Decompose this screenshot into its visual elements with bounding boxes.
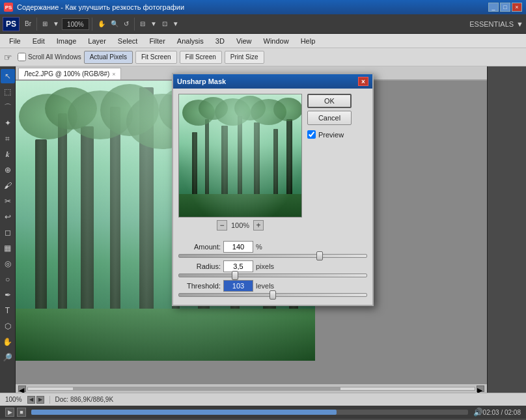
- menu-select[interactable]: Select: [113, 36, 143, 46]
- br-button[interactable]: Br: [22, 19, 34, 29]
- hand-nav-tool[interactable]: ✋: [1, 335, 15, 349]
- preview-area: − 100% +: [178, 94, 302, 231]
- play-button[interactable]: ▶: [5, 408, 14, 417]
- menu-3d[interactable]: 3D: [210, 36, 230, 46]
- zoom-nav-tool[interactable]: 🔎: [1, 350, 15, 365]
- print-size-button[interactable]: Print Size: [225, 51, 264, 64]
- dodge-tool[interactable]: ○: [1, 272, 15, 287]
- document-tab[interactable]: Лес2.JPG @ 100% (RGB/8#) ×: [18, 68, 121, 79]
- eraser-tool[interactable]: ◻: [1, 225, 15, 240]
- scroll-all-label: Scroll All Windows: [18, 53, 81, 61]
- arrange-dropdown[interactable]: ▼: [148, 19, 159, 29]
- menu-file[interactable]: File: [4, 36, 26, 46]
- menu-analysis[interactable]: Analysis: [172, 36, 209, 46]
- amount-slider-track[interactable]: [178, 254, 367, 258]
- menu-image[interactable]: Image: [51, 36, 82, 46]
- scroll-right-btn[interactable]: ▶: [477, 385, 484, 392]
- actual-pixels-button[interactable]: Actual Pixels: [84, 51, 133, 64]
- progress-bar[interactable]: [31, 410, 468, 415]
- progress-fill: [31, 410, 337, 415]
- hand-tool[interactable]: ✋: [95, 19, 108, 29]
- threshold-input[interactable]: [223, 280, 253, 292]
- dialog-title-bar[interactable]: Unsharp Mask ×: [173, 74, 372, 89]
- menu-layer[interactable]: Layer: [83, 36, 111, 46]
- eyedropper-tool[interactable]: 𝒌: [1, 147, 15, 161]
- radius-slider-thumb[interactable]: [232, 271, 238, 280]
- amount-slider-row: [178, 254, 367, 260]
- radius-input[interactable]: [223, 260, 253, 272]
- close-button[interactable]: ×: [512, 3, 522, 12]
- menu-view[interactable]: View: [231, 36, 257, 46]
- canvas-area: Лес2.JPG @ 100% (RGB/8#) ×: [16, 66, 487, 393]
- prev-fog: [179, 94, 301, 217]
- text-tool[interactable]: T: [1, 303, 15, 318]
- dialog-title: Unsharp Mask: [177, 77, 358, 85]
- screen-mode[interactable]: ⊡: [159, 19, 170, 29]
- menu-edit[interactable]: Edit: [27, 36, 50, 46]
- window-title: Содержание - Как улучшить резкость фотог…: [17, 3, 488, 11]
- preview-image[interactable]: [178, 94, 302, 217]
- history-brush[interactable]: ↩: [1, 210, 15, 224]
- shape-tool[interactable]: ⬡: [1, 319, 15, 333]
- marquee-tool[interactable]: ⬚: [1, 85, 15, 99]
- fill-screen-button[interactable]: Fill Screen: [180, 51, 222, 64]
- hand-icon: ☞: [4, 52, 12, 63]
- maximize-button[interactable]: □: [500, 3, 510, 12]
- threshold-slider-row: [178, 293, 367, 300]
- prev-frame-btn[interactable]: ◀: [27, 396, 35, 404]
- layout-button[interactable]: ⊞: [40, 19, 50, 29]
- scroll-left-btn[interactable]: ◀: [18, 385, 26, 392]
- menu-help[interactable]: Help: [296, 36, 321, 46]
- minimize-button[interactable]: _: [488, 3, 499, 12]
- scroll-all-checkbox[interactable]: [18, 53, 26, 61]
- horizontal-scrollbar[interactable]: ◀ ▶: [16, 384, 487, 393]
- options-bar: ☞ Scroll All Windows Actual Pixels Fit S…: [0, 48, 526, 66]
- tab-close-button[interactable]: ×: [112, 71, 115, 77]
- cancel-button[interactable]: Cancel: [307, 111, 352, 125]
- dialog-close-button[interactable]: ×: [358, 77, 368, 86]
- healing-tool[interactable]: ⊕: [1, 163, 15, 177]
- ok-button[interactable]: OK: [307, 94, 352, 108]
- scroll-thumb[interactable]: [73, 387, 341, 390]
- zoom-in-button[interactable]: +: [253, 220, 264, 231]
- gradient-tool[interactable]: ▦: [1, 241, 15, 255]
- brush-tool[interactable]: 🖌: [1, 178, 15, 193]
- zoom-out-button[interactable]: −: [217, 220, 227, 231]
- title-bar: PS Содержание - Как улучшить резкость фо…: [0, 0, 526, 14]
- radius-slider-track[interactable]: [178, 273, 367, 277]
- clone-tool[interactable]: ✂: [1, 194, 15, 208]
- magic-wand-tool[interactable]: ✦: [1, 116, 15, 130]
- radius-label: Radius:: [178, 262, 221, 270]
- next-frame-btn[interactable]: ▶: [36, 396, 44, 404]
- window-controls: _ □ ×: [488, 3, 522, 12]
- move-tool[interactable]: ↖: [1, 69, 15, 83]
- lasso-tool[interactable]: ⌒: [1, 100, 15, 115]
- volume-icon[interactable]: 🔊: [473, 408, 483, 417]
- layout-dropdown[interactable]: ▼: [50, 19, 62, 29]
- menu-filter[interactable]: Filter: [144, 36, 170, 46]
- pen-tool[interactable]: ✒: [1, 288, 15, 302]
- preview-checkbox[interactable]: [307, 130, 316, 139]
- crop-tool[interactable]: ⌗: [1, 132, 15, 146]
- fit-screen-button[interactable]: Fit Screen: [135, 51, 177, 64]
- zoom-tool[interactable]: 🔍: [108, 19, 121, 29]
- separator-1: [36, 18, 37, 31]
- amount-row: Amount: %: [178, 241, 367, 253]
- blur-tool[interactable]: ◎: [1, 257, 15, 271]
- separator-2: [92, 18, 92, 31]
- essentials-label: ESSENTIALS: [469, 20, 514, 28]
- preview-label[interactable]: Preview: [318, 131, 344, 139]
- amount-input[interactable]: [223, 241, 253, 253]
- arrange-tool[interactable]: ⊟: [137, 19, 148, 29]
- stop-button[interactable]: ■: [17, 408, 26, 417]
- radius-row: Radius: pixels: [178, 260, 367, 272]
- threshold-slider-thumb[interactable]: [270, 290, 276, 300]
- threshold-slider-track[interactable]: [178, 293, 367, 297]
- scroll-track[interactable]: [27, 387, 475, 391]
- ps-logo: PS: [3, 17, 20, 31]
- screen-dropdown[interactable]: ▼: [170, 19, 182, 29]
- rotate-tool[interactable]: ↺: [121, 19, 132, 29]
- controls-area: OK Cancel Preview: [307, 94, 367, 231]
- menu-window[interactable]: Window: [258, 36, 294, 46]
- amount-slider-thumb[interactable]: [316, 251, 323, 260]
